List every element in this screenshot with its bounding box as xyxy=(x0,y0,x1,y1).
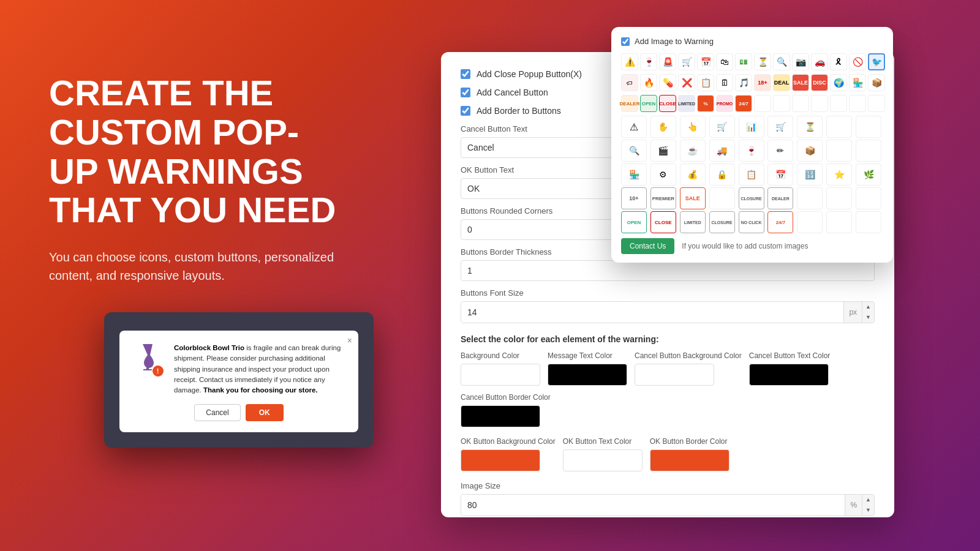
badge-empty1[interactable] xyxy=(709,187,735,209)
icon-hourglass[interactable]: ⏳ xyxy=(754,53,771,70)
outline-store[interactable]: 🏪 xyxy=(621,163,647,186)
icon-cancel[interactable]: ❌ xyxy=(678,74,695,91)
outline-coffee[interactable]: ☕ xyxy=(680,140,706,162)
outline-pen[interactable]: ✏ xyxy=(767,140,793,162)
icon-deal[interactable]: DEAL xyxy=(773,74,790,91)
icon-money[interactable]: 💵 xyxy=(735,53,752,70)
ok-bg-color-swatch[interactable] xyxy=(461,449,540,471)
badge-open-out[interactable]: OPEN xyxy=(621,211,647,233)
icon-bird[interactable]: 🐦 xyxy=(868,53,885,70)
icon-wine[interactable]: 🍷 xyxy=(640,53,657,70)
outline-cal[interactable]: 📅 xyxy=(767,163,793,186)
icon-247-badge[interactable]: 24/7 xyxy=(735,95,752,112)
icon-no-entry[interactable]: 🚫 xyxy=(849,53,866,70)
icon-store[interactable]: 🏪 xyxy=(849,74,866,91)
outline-star[interactable]: ⭐ xyxy=(826,163,852,186)
icon-dealer-badge[interactable]: DEALER xyxy=(621,95,638,112)
outline-box[interactable]: 📦 xyxy=(797,140,823,162)
outline-gear[interactable]: ⚙ xyxy=(650,163,676,186)
badge-premier[interactable]: PREMIER xyxy=(650,187,676,209)
cancel-bg-color-swatch[interactable] xyxy=(635,364,714,386)
popup-close-button[interactable]: × xyxy=(347,335,352,345)
icon-pill[interactable]: 💊 xyxy=(659,74,676,91)
image-size-input[interactable] xyxy=(461,495,845,515)
badge-limited-out[interactable]: LIMITED xyxy=(680,211,706,233)
icon-shopping[interactable]: 🛍 xyxy=(716,53,733,70)
icon-empty1[interactable] xyxy=(754,95,771,112)
icon-cart[interactable]: 🛒 xyxy=(678,53,695,70)
icon-empty5[interactable] xyxy=(830,95,847,112)
icon-ribbon[interactable]: 🎗 xyxy=(830,53,847,70)
border-btn-checkbox[interactable] xyxy=(461,106,470,116)
font-size-input[interactable] xyxy=(461,302,843,323)
ok-text-color-swatch[interactable] xyxy=(563,449,643,471)
outline-hand[interactable]: ✋ xyxy=(650,116,676,138)
outline-num[interactable]: 🔢 xyxy=(797,163,823,186)
ok-border-color-swatch[interactable] xyxy=(650,449,729,471)
image-size-down[interactable]: ▼ xyxy=(862,505,874,515)
icon-open-badge[interactable]: OPEN xyxy=(640,95,657,112)
icon-empty6[interactable] xyxy=(849,95,866,112)
border-thickness-input[interactable] xyxy=(461,260,875,281)
badge-close-out[interactable]: CLOSE xyxy=(650,211,676,233)
cancel-border-color-swatch[interactable] xyxy=(461,405,540,427)
cancel-btn-checkbox[interactable] xyxy=(461,88,470,97)
icon-promo-badge[interactable]: PROMO xyxy=(716,95,733,112)
badge-empty3[interactable] xyxy=(826,187,852,209)
icon-empty3[interactable] xyxy=(792,95,809,112)
outline-cart[interactable]: 🛒 xyxy=(709,116,735,138)
badge-noclick[interactable]: NO CLICK xyxy=(739,211,764,233)
icon-alarm[interactable]: 🚨 xyxy=(659,53,676,70)
badge-empty4[interactable] xyxy=(856,187,881,209)
msg-text-color-swatch[interactable] xyxy=(548,364,627,386)
badge-empty6[interactable] xyxy=(826,211,852,233)
badge-10plus[interactable]: 10+ xyxy=(621,187,647,209)
popup-ok-button[interactable]: OK xyxy=(246,404,284,421)
icon-close-badge[interactable]: CLOSE xyxy=(659,95,676,112)
outline-empty1[interactable] xyxy=(826,116,852,138)
close-popup-checkbox[interactable] xyxy=(461,69,470,79)
outline-film[interactable]: 🎬 xyxy=(650,140,676,162)
contact-us-button[interactable]: Contact Us xyxy=(621,238,674,254)
outline-shopping-cart[interactable]: 🛒 xyxy=(767,116,793,138)
badge-empty5[interactable] xyxy=(797,211,823,233)
icon-sale[interactable]: SALE xyxy=(792,74,809,91)
badge-empty2[interactable] xyxy=(797,187,823,209)
badge-247-out[interactable]: 24/7 xyxy=(767,211,793,233)
badge-dealer-out[interactable]: DEALER xyxy=(767,187,793,209)
add-image-checkbox[interactable] xyxy=(621,37,630,46)
icon-empty7[interactable] xyxy=(868,95,885,112)
outline-magnify[interactable]: 🔍 xyxy=(621,140,647,162)
image-size-up[interactable]: ▲ xyxy=(862,495,874,505)
font-size-down[interactable]: ▼ xyxy=(862,312,874,323)
icon-camera[interactable]: 📷 xyxy=(792,53,809,70)
icon-search[interactable]: 🔍 xyxy=(773,53,790,70)
badge-closure[interactable]: CLOSURE xyxy=(739,187,764,209)
badge-closure2[interactable]: CLOSURE xyxy=(709,211,735,233)
icon-limited-badge[interactable]: LIMITED xyxy=(678,95,695,112)
outline-truck[interactable]: 🚚 xyxy=(709,140,735,162)
outline-lock[interactable]: 🔒 xyxy=(709,163,735,186)
popup-cancel-button[interactable]: Cancel xyxy=(194,404,240,421)
icon-empty2[interactable] xyxy=(773,95,790,112)
outline-empty2[interactable] xyxy=(856,116,881,138)
icon-music[interactable]: 🎵 xyxy=(735,74,752,91)
icon-tag[interactable]: 🏷 xyxy=(621,74,638,91)
badge-empty7[interactable] xyxy=(856,211,881,233)
icon-warning[interactable]: ⚠️ xyxy=(621,53,638,70)
outline-empty4[interactable] xyxy=(856,140,881,162)
outline-leaf[interactable]: 🌿 xyxy=(856,163,881,186)
outline-warning[interactable]: ⚠ xyxy=(621,116,647,138)
outline-chart[interactable]: 📊 xyxy=(739,116,764,138)
outline-empty3[interactable] xyxy=(826,140,852,162)
cancel-text-color-swatch[interactable] xyxy=(749,364,829,386)
badge-sale-outline[interactable]: SALE xyxy=(680,187,706,209)
bg-color-swatch[interactable] xyxy=(461,364,540,386)
icon-discount[interactable]: DISC xyxy=(811,74,828,91)
icon-fire[interactable]: 🔥 xyxy=(640,74,657,91)
icon-calendar[interactable]: 📅 xyxy=(697,53,714,70)
icon-empty4[interactable] xyxy=(811,95,828,112)
font-size-up[interactable]: ▲ xyxy=(862,302,874,312)
icon-car[interactable]: 🚗 xyxy=(811,53,828,70)
icon-doc[interactable]: 📋 xyxy=(697,74,714,91)
